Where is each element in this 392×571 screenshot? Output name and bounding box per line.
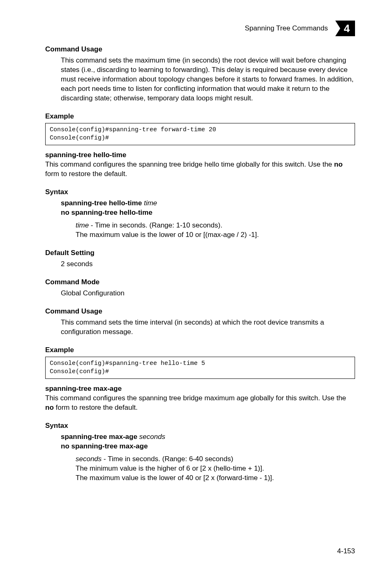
syntax-arg: time	[144, 199, 157, 207]
param-name: time	[76, 221, 89, 229]
syntax-heading-2: Syntax	[45, 422, 355, 430]
syntax-line-1: spanning-tree hello-time time	[61, 199, 355, 208]
chapter-tab: 4	[335, 21, 355, 36]
desc2-part1: This command configures the spanning tre…	[45, 394, 346, 402]
param2-note2: The maximum value is the lower of 40 or …	[76, 474, 274, 482]
page: Spanning Tree Commands 4 Command Usage T…	[0, 0, 392, 571]
syntax2-line-1: spanning-tree max-age seconds	[61, 432, 355, 442]
param-desc: - Time in seconds. (Range: 1-10 seconds)…	[89, 221, 222, 229]
param-note: The maximum value is the lower of 10 or …	[76, 231, 259, 239]
desc2-part2: form to restore the default.	[54, 404, 138, 411]
command-usage-heading: Command Usage	[45, 45, 355, 53]
tab-icon: 4	[335, 21, 355, 36]
param2-note1: The minimum value is the higher of 6 or …	[76, 464, 264, 472]
syntax2-cmd: spanning-tree max-age	[61, 433, 137, 441]
chapter-number: 4	[344, 22, 350, 35]
param2-name: seconds	[76, 455, 101, 463]
syntax-param: time - Time in seconds. (Range: 1-10 sec…	[76, 221, 355, 240]
default-setting-heading: Default Setting	[45, 249, 355, 257]
command-mode-heading: Command Mode	[45, 278, 355, 286]
example-heading: Example	[45, 112, 355, 121]
default-setting-text: 2 seconds	[61, 260, 355, 269]
command-usage-heading-2: Command Usage	[45, 307, 355, 316]
syntax-line-2: no spanning-tree hello-time	[61, 208, 355, 218]
example-code-2: Console(config)#spanning-tree hello-time…	[45, 357, 355, 379]
command-usage-text-2: This command sets the time interval (in …	[61, 318, 355, 337]
desc2-bold: no	[45, 404, 54, 411]
page-number: 4-153	[337, 547, 355, 555]
desc-part2: form to restore the default.	[45, 170, 127, 178]
header-title: Spanning Tree Commands	[245, 24, 328, 32]
command-mode-text: Global Configuration	[61, 289, 355, 298]
syntax2-arg: seconds	[139, 433, 165, 441]
syntax2-line-2: no spanning-tree max-age	[61, 442, 355, 451]
example-heading-2: Example	[45, 346, 355, 354]
command-usage-text: This command sets the maximum time (in s…	[61, 56, 355, 103]
param2-desc: - Time in seconds. (Range: 6-40 seconds)	[101, 455, 233, 463]
page-header: Spanning Tree Commands 4	[45, 21, 355, 36]
command-name-2: spanning-tree max-age	[45, 385, 355, 393]
syntax-heading: Syntax	[45, 188, 355, 196]
example-code: Console(config)#spanning-tree forward-ti…	[45, 123, 355, 146]
command-description-2: This command configures the spanning tre…	[45, 394, 355, 413]
desc-bold: no	[334, 160, 343, 168]
syntax-cmd: spanning-tree hello-time	[61, 199, 142, 207]
command-description: This command configures the spanning tre…	[45, 160, 355, 179]
syntax2-param: seconds - Time in seconds. (Range: 6-40 …	[76, 455, 355, 483]
desc-part1: This command configures the spanning tre…	[45, 160, 334, 168]
command-name: spanning-tree hello-time	[45, 151, 355, 159]
